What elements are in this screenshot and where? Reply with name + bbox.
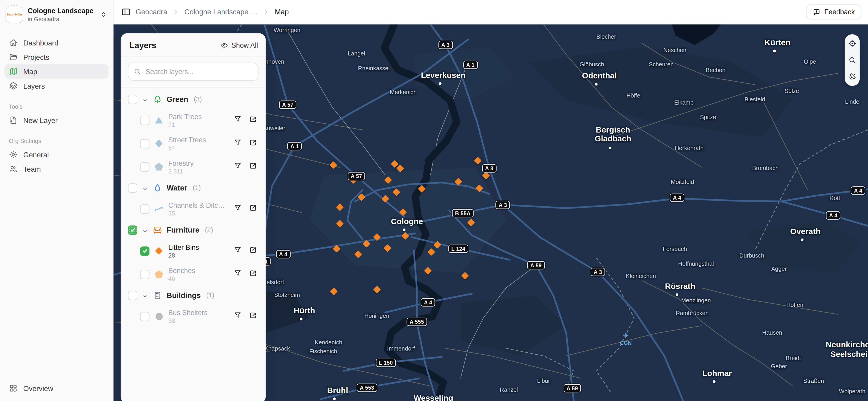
filter-funnel-icon[interactable] bbox=[234, 115, 242, 125]
road-badge: A 555 bbox=[406, 318, 427, 326]
layer-checkbox[interactable] bbox=[140, 269, 149, 279]
sidebar-item-general[interactable]: General bbox=[4, 147, 108, 162]
search-map-control[interactable] bbox=[848, 56, 857, 64]
layer-checkbox[interactable] bbox=[140, 162, 149, 172]
workspace-switcher[interactable]: Stadt Köln Cologne Landscape … in Geocad… bbox=[0, 0, 113, 28]
filter-funnel-icon[interactable] bbox=[234, 138, 242, 149]
breadcrumb-project[interactable]: Cologne Landscape … bbox=[184, 8, 257, 16]
chevron-down-icon[interactable] bbox=[142, 96, 148, 102]
map-controls bbox=[845, 34, 860, 86]
layer-item-bus-shelters: Bus Shelters38 bbox=[128, 305, 258, 328]
external-link-icon[interactable] bbox=[249, 311, 257, 321]
chevron-down-icon[interactable] bbox=[142, 227, 148, 233]
diamond-shape-icon bbox=[154, 248, 163, 254]
layer-count: 28 bbox=[168, 252, 199, 258]
road-badge: L 124 bbox=[448, 244, 468, 253]
line-shape-icon bbox=[154, 206, 163, 212]
breadcrumb-root[interactable]: Geocadra bbox=[136, 8, 167, 16]
city-dot bbox=[300, 318, 303, 320]
group-checkbox[interactable] bbox=[128, 183, 137, 192]
nav-label: Team bbox=[23, 165, 41, 173]
sidebar-item-new-layer[interactable]: New Layer bbox=[4, 113, 108, 127]
group-checkbox[interactable] bbox=[128, 225, 137, 235]
filter-funnel-icon[interactable] bbox=[234, 204, 242, 214]
group-name: Furniture bbox=[167, 226, 199, 234]
filter-funnel-icon[interactable] bbox=[234, 269, 242, 279]
chevron-right-icon bbox=[262, 8, 270, 16]
road-badge: A 3 bbox=[438, 41, 453, 49]
sidebar: Stadt Köln Cologne Landscape … in Geocad… bbox=[0, 0, 114, 401]
filter-funnel-icon[interactable] bbox=[234, 162, 242, 172]
city-dot bbox=[713, 380, 715, 383]
sidebar-item-layers[interactable]: Layers bbox=[4, 79, 108, 93]
layer-checkbox[interactable] bbox=[140, 312, 149, 321]
chevron-down-icon[interactable] bbox=[142, 184, 148, 191]
layer-item-benches: Benches46 bbox=[128, 263, 258, 286]
layer-item-texts: Bus Shelters38 bbox=[168, 309, 208, 324]
locate-map-control[interactable] bbox=[848, 39, 857, 48]
external-link-icon[interactable] bbox=[249, 115, 257, 125]
road-badge: A 1 bbox=[463, 61, 477, 69]
external-link-icon[interactable] bbox=[249, 204, 257, 214]
road-badge: A 59 bbox=[564, 384, 581, 392]
road-badge: A 4 bbox=[276, 250, 290, 258]
show-all-button[interactable]: Show All bbox=[220, 41, 258, 49]
road-badge: A 3 bbox=[496, 201, 510, 209]
group-checkbox[interactable] bbox=[128, 290, 137, 300]
layer-group-green: Green(3) bbox=[128, 90, 258, 109]
layer-actions bbox=[234, 269, 259, 279]
layer-count: 71 bbox=[168, 121, 202, 127]
sidebar-item-dashboard[interactable]: Dashboard bbox=[4, 35, 108, 50]
layer-item-litter-bins: Litter Bins28 bbox=[128, 239, 258, 263]
layer-item-street-trees: Street Trees64 bbox=[128, 132, 258, 155]
layer-checkbox[interactable] bbox=[140, 116, 149, 125]
filter-funnel-icon[interactable] bbox=[234, 311, 242, 321]
external-link-icon[interactable] bbox=[249, 162, 257, 172]
satellite-map-control[interactable] bbox=[848, 72, 857, 81]
layer-name: Channels & Ditc… bbox=[168, 202, 225, 209]
external-link-icon[interactable] bbox=[249, 138, 257, 149]
chevron-down-icon[interactable] bbox=[142, 292, 148, 299]
road-badge: A 4 bbox=[851, 186, 865, 195]
layer-actions bbox=[234, 204, 259, 214]
workspace-org: in Geocadra bbox=[28, 15, 95, 22]
layer-group-water: Water(1) bbox=[128, 179, 258, 197]
external-link-icon[interactable] bbox=[249, 269, 257, 279]
layer-name: Park Trees bbox=[168, 113, 202, 121]
show-all-label: Show All bbox=[231, 41, 258, 49]
sidebar-item-team[interactable]: Team bbox=[4, 162, 108, 176]
layer-count: 2.311 bbox=[168, 167, 194, 174]
city-dot bbox=[333, 397, 336, 400]
layer-count: 38 bbox=[168, 317, 208, 324]
sidebar-item-map[interactable]: Map bbox=[4, 64, 108, 79]
chevron-right-icon bbox=[172, 8, 180, 16]
workspace-meta: Cologne Landscape … in Geocadra bbox=[28, 7, 95, 22]
layer-count: 35 bbox=[168, 210, 225, 216]
layer-actions bbox=[234, 162, 259, 172]
sidebar-section-tools: Tools bbox=[0, 103, 113, 110]
breadcrumb: Geocadra Cologne Landscape … Map bbox=[121, 7, 289, 17]
nav-label: General bbox=[23, 151, 49, 159]
sidebar-item-overview[interactable]: Overview bbox=[4, 381, 108, 395]
group-count: (3) bbox=[194, 95, 202, 103]
city-dot bbox=[609, 147, 611, 149]
city-dot bbox=[773, 49, 776, 52]
panel-left-toggle-icon[interactable] bbox=[121, 7, 130, 17]
layers-list: Green(3)Park Trees71Street Trees64Forest… bbox=[121, 88, 266, 335]
filter-funnel-icon[interactable] bbox=[234, 246, 242, 256]
road-badge: A 3 bbox=[482, 164, 496, 173]
road-badge: A 1 bbox=[287, 142, 302, 150]
layer-checkbox[interactable] bbox=[140, 246, 149, 255]
workspace-logo-text: Stadt Köln bbox=[7, 13, 22, 16]
bench-icon bbox=[153, 225, 162, 235]
layer-item-texts: Benches46 bbox=[168, 267, 195, 282]
external-link-icon[interactable] bbox=[249, 246, 257, 256]
chevrons-up-down-icon[interactable] bbox=[100, 10, 107, 18]
feedback-button[interactable]: Feedback bbox=[806, 4, 861, 19]
group-checkbox[interactable] bbox=[128, 94, 137, 104]
layer-checkbox[interactable] bbox=[140, 204, 149, 213]
layer-checkbox[interactable] bbox=[140, 139, 149, 148]
nav-label: Overview bbox=[23, 384, 53, 393]
layer-search-input[interactable] bbox=[128, 63, 258, 81]
sidebar-item-projects[interactable]: Projects bbox=[4, 50, 108, 64]
